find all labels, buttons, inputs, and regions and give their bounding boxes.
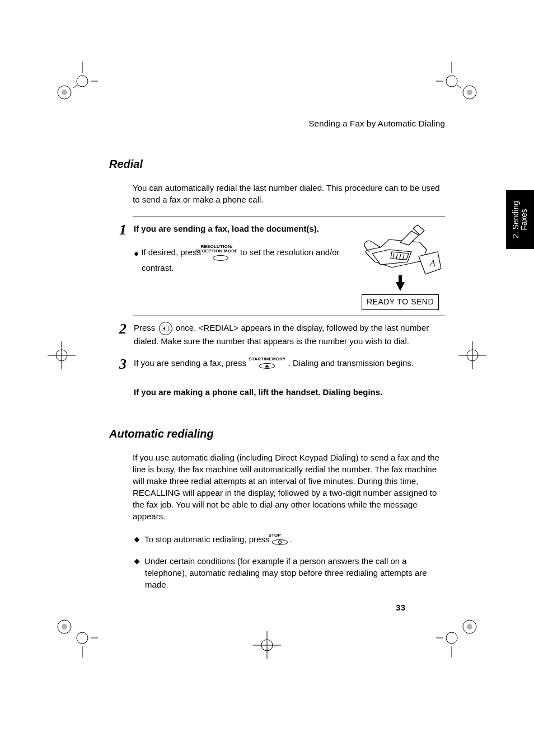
auto-intro: If you use automatic dialing (including …	[133, 452, 445, 522]
display-ready: READY TO SEND	[362, 294, 439, 310]
step-3-alt: If you are making a phone call, lift the…	[134, 386, 445, 398]
divider	[133, 217, 445, 217]
start-memory-button-icon: START/MEMORY	[249, 357, 285, 370]
step-1-sub-prefix: If desired, press	[141, 247, 201, 257]
step-1-instruction: If you are sending a fax, load the docum…	[134, 224, 319, 233]
fax-machine-icon: A	[358, 223, 442, 279]
running-header: Sending a Fax by Automatic Dialing	[109, 118, 445, 129]
crop-mark-icon	[436, 62, 486, 112]
step-2-suffix: once. <REDIAL> appears in the display, f…	[134, 323, 429, 346]
svg-point-25	[446, 632, 457, 644]
page-number: 33	[396, 602, 405, 613]
step-2: 2 Press once. <REDIAL> appears in the di…	[119, 322, 445, 347]
section-title-redial: Redial	[109, 156, 445, 172]
step-2-prefix: Press	[134, 323, 155, 332]
step-number: 2	[119, 322, 134, 336]
resolution-button-icon: RESOLUTION/ RECEPTION MODE	[203, 245, 238, 262]
step-number: 3	[119, 357, 134, 372]
step-3: 3 If you are sending a fax, press START/…	[119, 357, 445, 372]
svg-point-1	[62, 90, 67, 95]
crop-mark-icon	[253, 631, 281, 659]
step-3-prefix: If you are sending a fax, press	[134, 358, 246, 368]
auto-bullet-2: Under certain conditions (for example if…	[133, 555, 445, 590]
redial-intro: You can automatically redial the last nu…	[133, 182, 445, 205]
step-1-sub: ● If desired, press RESOLUTION/ RECEPTIO…	[134, 245, 350, 274]
section-tab: 2. Sending Faxes	[506, 190, 534, 249]
stop-button-icon: STOP	[272, 533, 288, 546]
crop-mark-icon	[48, 341, 76, 369]
svg-point-19	[62, 624, 67, 630]
page-content: Sending a Fax by Automatic Dialing Redia…	[109, 118, 445, 590]
down-arrow-icon	[396, 282, 405, 291]
section-tab-line2: Faxes	[519, 209, 528, 230]
step-1: 1 If you are sending a fax, load the doc…	[119, 223, 445, 310]
auto-bullet-1: To stop automatic redialing, press STOP …	[133, 533, 445, 547]
redial-button-icon	[159, 322, 172, 335]
svg-point-2	[77, 76, 88, 87]
svg-point-8	[446, 76, 457, 87]
divider	[133, 316, 445, 316]
svg-line-5	[73, 85, 77, 88]
crop-mark-icon	[458, 341, 486, 369]
svg-point-7	[467, 90, 472, 95]
crop-mark-icon	[436, 607, 486, 658]
step-number: 1	[119, 223, 134, 237]
section-tab-line1: 2. Sending	[511, 201, 520, 238]
section-title-auto: Automatic redialing	[109, 426, 445, 442]
svg-text:A: A	[429, 259, 435, 268]
crop-mark-icon	[48, 607, 98, 658]
step-3-suffix: . Dialing and transmission begins.	[288, 358, 414, 368]
svg-point-20	[77, 632, 88, 644]
step-1-figure: A READY TO SEND	[355, 223, 445, 310]
svg-line-11	[457, 85, 461, 88]
crop-mark-icon	[48, 62, 98, 112]
svg-point-24	[467, 624, 472, 630]
